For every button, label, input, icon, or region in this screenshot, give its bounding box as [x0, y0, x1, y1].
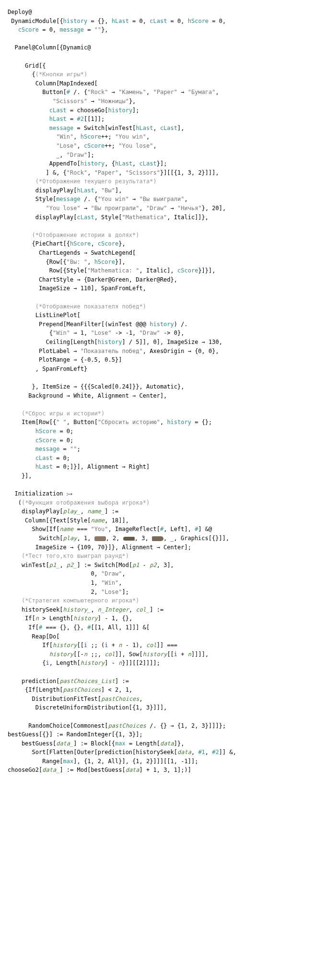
line: DynamicModule[{history = {}, hLast = 0, … — [8, 18, 226, 24]
line: {PieChart[{hScore, cScore}, — [8, 240, 126, 247]
line: }], — [8, 472, 32, 479]
line: If[# === {}, {}, #[[1, All, 1]]] &[ — [8, 624, 150, 631]
line: history[[-n ;;, col]], Sow[history[[i + … — [8, 651, 209, 658]
line: displayPlay[play_, name_] := — [8, 508, 118, 515]
line: cLast = chooseGo[history]; — [8, 107, 139, 114]
line: ] &, {"Rock", "Paper", "Scissors"}][[{1,… — [8, 169, 219, 176]
line: Column[MapIndexed[ — [8, 80, 98, 87]
line: ImageSize → 110], SpanFromLeft, — [8, 285, 146, 292]
line: "Scissors" → "Ножницы"}, — [8, 98, 136, 105]
line: hScore = 0; — [8, 428, 73, 435]
line: Style[message /. {"You win" → "Вы выигра… — [8, 196, 188, 202]
line: bestGuess[data_] := Block[{max = Length[… — [8, 740, 185, 747]
line: Button[# /. {"Rock" → "Камень", "Paper" … — [8, 89, 219, 95]
rock-image-icon — [94, 536, 106, 541]
line: Column[{Text[Style[name, 18]], — [8, 517, 129, 524]
line: _, "Draw"]; — [8, 152, 94, 158]
line: ChartLegends → SwatchLegend[ — [8, 249, 136, 256]
line: {If[Length[pastChoices] < 2, 1, — [8, 686, 132, 693]
line: }, ItemSize → {{{Scaled[0.24]}}, Automat… — [8, 383, 184, 390]
line: prediction[pastChoices_List] := — [8, 678, 129, 685]
scissors-image-icon — [152, 536, 163, 541]
line: AppendTo[history, {hLast, cLast}]; — [8, 160, 167, 167]
line: hLast = 0;]}], Alignment → Right] — [8, 463, 150, 470]
line: If[history[[i ;; (i + n - 1), col]] === — [8, 642, 177, 649]
line: Deploy@ — [8, 9, 32, 15]
line: cLast = 0; — [8, 455, 70, 461]
line: displayPlay[hLast, "Вы"], — [8, 187, 122, 194]
line: , SpanFromLeft} — [8, 366, 87, 372]
line: historySeek[history_, n_Integer, col_] :… — [8, 606, 163, 613]
line: Sort[Flatten[Outer[prediction[historySee… — [8, 749, 236, 756]
line: message = Switch[winTest[hLast, cLast], — [8, 125, 184, 131]
line: hLast = #2[[1]]; — [8, 116, 104, 122]
line: DiscreteUniformDistribution[{1, 3}]]], — [8, 704, 167, 711]
line: PlotRange → {-0.5, 0.5}] — [8, 356, 122, 363]
line: bestGuess[{}] := RandomInteger[{1, 3}]; — [8, 731, 143, 738]
line: Item[Row[{" ", Button["Сбросить историю"… — [8, 419, 212, 425]
line: chooseGo2[data_] := Mod[bestGuess[data] … — [8, 767, 191, 773]
line: {Row[{"Вы: ", hScore}], — [8, 259, 126, 265]
line: ListLinePlot[ — [8, 312, 81, 319]
line: 2, "Lose"]; — [8, 589, 129, 595]
line: Switch[play, 1, , 2, , 3, , _, Graphics[… — [8, 535, 229, 542]
line: (*Отображение истории в долях*) — [8, 232, 139, 238]
line: (*Отображение текущего результата*) — [8, 178, 157, 185]
line: {"Win" → 1, "Lose" -> -1, "Draw" -> 0}, — [8, 330, 185, 336]
line: message = ""; — [8, 446, 81, 452]
line: (*Сброс игры и истории*) — [8, 410, 104, 417]
line: (*Отображение показателя побед*) — [8, 303, 146, 310]
line: 1, "Win", — [8, 579, 122, 586]
code-listing: Deploy@ DynamicModule[{history = {}, hLa… — [8, 8, 305, 775]
line: "You lose" → "Вы проиграли", "Draw" → "Н… — [8, 205, 226, 212]
line: "Win", hScore++; "You win", — [8, 133, 150, 140]
line: 0, "Draw", — [8, 570, 126, 577]
line: ((*Функция отображения выбора игрока*) — [8, 499, 150, 506]
line: cScore = 0, message = ""}, — [8, 26, 108, 33]
line: Ceiling[Length[history] / 5]], 0], Image… — [8, 339, 222, 345]
line: Background → White, Alignment → Center], — [8, 392, 167, 399]
line: Initialization ⧴ — [8, 490, 72, 497]
line: {(*Кнопки игры*) — [8, 71, 87, 78]
line: cScore = 0; — [8, 437, 73, 444]
line: ImageSize → {109, 70}]}, Alignment → Cen… — [8, 544, 191, 551]
line: ChartStyle → {Darker@Green, Darker@Red}, — [8, 276, 177, 283]
line: Row[{Style["Mathematica: ", Italic], cSc… — [8, 267, 216, 274]
line: Grid[{ — [8, 62, 46, 69]
line: (*Тест того,кто выиграл раунд*) — [8, 553, 129, 559]
line: Panel@Column[{Dynamic@ — [8, 44, 91, 51]
line: DistributionFitTest[pastChoices, — [8, 696, 143, 702]
line: If[n > Length[history] - 1, {}, — [8, 615, 132, 622]
line: "Lose", cScore++; "You lose", — [8, 142, 157, 149]
line: Show[If[name === "You", ImageReflect[#, … — [8, 526, 212, 532]
line: displayPlay[cLast, Style["Mathematica", … — [8, 214, 209, 221]
line: {i, Length[history] - n}]][[2]]]]; — [8, 660, 160, 666]
paper-image-icon — [123, 537, 135, 541]
line: (*Стратегия компьютерного игрока*) — [8, 597, 139, 604]
line: Range[max], {1, 2, All}], {1, 2}]]][[1, … — [8, 758, 198, 765]
line: winTest[p1_, p2_] := Switch[Mod[p1 - p2,… — [8, 562, 174, 568]
line: RandomChoice[Commonest[pastChoices /. {}… — [8, 722, 226, 729]
line: Prepend[MeanFilter[(winTest @@@ history)… — [8, 321, 188, 328]
line: PlotLabel → "Показатель побед", AxesOrig… — [8, 348, 219, 354]
line: Reap[Do[ — [8, 633, 59, 640]
